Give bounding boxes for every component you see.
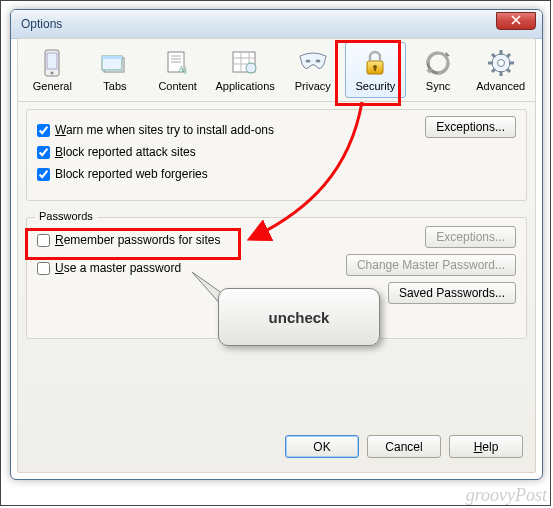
addons-group: Warn me when sites try to install add-on… [26,109,527,201]
phone-icon [37,48,67,78]
passwords-exceptions-button[interactable]: Exceptions... [425,226,516,248]
sync-icon [423,48,453,78]
warn-addons-checkbox[interactable] [37,124,50,137]
block-attack-row: Block reported attack sites [37,142,516,162]
block-forgeries-checkbox[interactable] [37,168,50,181]
svg-rect-5 [102,56,122,59]
content-area: Warn me when sites try to install add-on… [26,109,527,422]
svg-point-23 [497,60,504,67]
change-master-password-button[interactable]: Change Master Password... [346,254,516,276]
remember-passwords-checkbox[interactable] [37,234,50,247]
gear-icon [486,48,516,78]
lock-icon [360,48,390,78]
svg-line-30 [507,54,510,57]
help-button[interactable]: Help [449,435,523,458]
tab-label: Privacy [295,80,331,92]
tab-general[interactable]: General [22,42,83,98]
remember-passwords-label: Remember passwords for sites [55,233,220,247]
svg-point-17 [305,60,310,63]
warn-addons-label: Warn me when sites try to install add-on… [55,123,274,137]
block-forgeries-label: Block reported web forgeries [55,167,208,181]
saved-passwords-button[interactable]: Saved Passwords... [388,282,516,304]
document-icon: Aj [163,48,193,78]
ok-button[interactable]: OK [285,435,359,458]
passwords-group-label: Passwords [35,210,97,222]
master-password-checkbox[interactable] [37,262,50,275]
block-forgeries-row: Block reported web forgeries [37,164,516,184]
block-attack-checkbox[interactable] [37,146,50,159]
tabstrip: General Tabs Aj Content Applications [18,39,535,102]
folders-icon [100,48,130,78]
tab-label: Tabs [103,80,126,92]
svg-point-2 [51,72,54,75]
tab-label: Applications [216,80,275,92]
master-password-label: Use a master password [55,261,181,275]
svg-point-18 [315,60,320,63]
svg-rect-1 [47,53,57,69]
window-close-button[interactable] [496,12,536,30]
svg-rect-21 [374,67,376,71]
svg-line-28 [492,54,495,57]
mask-icon [298,48,328,78]
tab-label: Security [356,80,396,92]
addons-exceptions-button[interactable]: Exceptions... [425,116,516,138]
tab-sync[interactable]: Sync [408,42,469,98]
tab-label: General [33,80,72,92]
titlebar[interactable]: Options [11,10,542,39]
tab-advanced[interactable]: Advanced [470,42,531,98]
block-attack-label: Block reported attack sites [55,145,196,159]
svg-line-29 [507,69,510,72]
tab-applications[interactable]: Applications [210,42,280,98]
svg-line-31 [492,69,495,72]
dialog-body: General Tabs Aj Content Applications [17,38,536,473]
close-icon [511,14,521,28]
passwords-group: Passwords Remember passwords for sites U… [26,217,527,339]
tab-content[interactable]: Aj Content [147,42,208,98]
tab-privacy[interactable]: Privacy [282,42,343,98]
tab-label: Advanced [476,80,525,92]
cancel-button[interactable]: Cancel [367,435,441,458]
watermark: groovyPost [466,485,547,506]
svg-point-16 [246,63,256,73]
tab-tabs[interactable]: Tabs [85,42,146,98]
grid-icon [230,48,260,78]
svg-text:Aj: Aj [178,64,187,74]
footer-buttons: OK Cancel Help [285,435,523,458]
window-title: Options [21,17,62,31]
tab-security[interactable]: Security [345,42,406,98]
options-window: Options General Tabs Aj [10,9,543,480]
tab-label: Sync [426,80,450,92]
tab-label: Content [158,80,197,92]
